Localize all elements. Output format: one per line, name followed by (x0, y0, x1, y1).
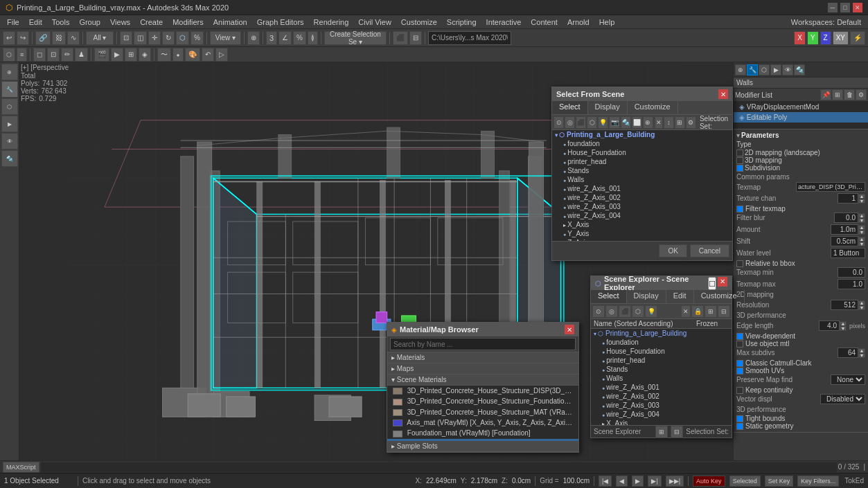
select-tab-customize[interactable]: Customize (628, 101, 678, 114)
texmap-value[interactable]: acture_DISP (3D_Printed_Cor (796, 182, 865, 192)
snap-btn[interactable]: 3 (266, 31, 277, 45)
layer-2-btn[interactable]: ≡ (17, 48, 27, 62)
xy-axis-btn[interactable]: XY (833, 31, 849, 45)
minimize-btn[interactable]: ─ (828, 3, 838, 12)
max-subdivs-input[interactable]: ▲ ▼ (838, 347, 865, 358)
modifier-item-0[interactable]: ◈ VRayDisplacementMod (734, 102, 868, 112)
modify-panel-btn[interactable]: 🔧 (747, 64, 758, 75)
se-filter-btn[interactable]: ✕ (681, 305, 691, 318)
move-btn[interactable]: ✛ (148, 31, 161, 45)
resolution-field[interactable] (831, 300, 858, 310)
menu-tools[interactable]: Tools (48, 17, 74, 28)
max-subdivs-field[interactable] (838, 347, 858, 358)
mat-section-materials[interactable]: ▸ Materials (387, 352, 578, 363)
tree-item-x-axis[interactable]: X_Axis (552, 220, 732, 229)
shift-input[interactable]: ▲ ▼ (831, 236, 865, 246)
remove-mod-btn[interactable]: 🗑 (844, 89, 855, 100)
xyz-special-btn[interactable]: ⚡ (850, 31, 865, 45)
tree-item-stands[interactable]: Stands (552, 166, 732, 175)
percent-snap-btn[interactable]: % (191, 31, 204, 45)
sel-scene-options-btn[interactable]: ⚙ (686, 116, 696, 129)
selected-btn[interactable]: Selected (729, 476, 761, 487)
tight-bounds-row[interactable]: Tight bounds (736, 415, 865, 422)
edge-length-field[interactable] (819, 320, 840, 331)
view-dependent-row[interactable]: View-dependent (736, 332, 865, 340)
redo-btn[interactable]: ↪ (17, 31, 29, 45)
modify-tab[interactable]: 🔧 (1, 81, 18, 98)
texmap-min-field[interactable] (838, 267, 865, 278)
se-icon-3[interactable]: ⬛ (619, 305, 631, 318)
select-filter-btn[interactable]: All ▾ (86, 31, 114, 45)
sel-scene-icon-3[interactable]: ⬛ (576, 116, 586, 129)
tree-item-house-foundation[interactable]: House_Foundation (552, 148, 732, 157)
se-restore-btn[interactable]: □ (708, 277, 716, 290)
render-view-btn[interactable]: ⊞ (125, 48, 137, 62)
display-tab[interactable]: 👁 (1, 133, 18, 150)
color-clip-btn[interactable]: 🎨 (185, 48, 200, 62)
select-tab-display[interactable]: Display (588, 101, 628, 114)
filter-blur-input[interactable]: ▲ ▼ (834, 213, 865, 223)
display-panel-btn[interactable]: 👁 (782, 64, 793, 75)
x-axis-btn[interactable]: X (794, 31, 806, 45)
modifier-item-1[interactable]: ◈ Editable Poly (734, 112, 868, 123)
sel-scene-sort-btn[interactable]: ↕ (664, 116, 674, 129)
utilities-panel-btn[interactable]: 🔩 (794, 64, 805, 75)
tree-item-y-axis[interactable]: Y_Axis (552, 229, 732, 238)
menu-civil-view[interactable]: Civil View (354, 17, 395, 28)
menu-group[interactable]: Group (75, 17, 105, 28)
se-tree-wire2[interactable]: wire_Z_Axis_002 (591, 392, 732, 401)
play-back-btn[interactable]: ◀ (616, 476, 628, 487)
mat-section-maps[interactable]: ▸ Maps (387, 363, 578, 374)
select-scene-cancel[interactable]: Cancel (690, 244, 729, 257)
ref-coord-btn[interactable]: View ▾ (210, 31, 241, 45)
material-editor-btn[interactable]: ◈ (139, 48, 151, 62)
use-obj-mtl-row[interactable]: Use object mtl (736, 340, 865, 347)
align-btn[interactable]: ⊟ (409, 31, 422, 45)
mat-item-0[interactable]: 3D_Printed_Concrete_House_Structure_DISP… (387, 386, 578, 396)
filter-texmap-row[interactable]: Filter texmap (736, 205, 865, 213)
render-setup-btn[interactable]: 🎬 (94, 48, 109, 62)
se-icon-5[interactable]: 💡 (645, 305, 657, 318)
se-icon-4[interactable]: ⬡ (632, 305, 644, 318)
tree-item-wire-z-003[interactable]: wire_Z_Axis_003 (552, 202, 732, 211)
key-filters-btn[interactable]: Key Filters... (797, 476, 839, 487)
scene-explorer-tree[interactable]: ⬡ Printing_a_Large_Building foundation H… (591, 329, 732, 425)
select-region-btn[interactable]: ◫ (134, 31, 147, 45)
sel-scene-icon-4[interactable]: ⬡ (587, 116, 597, 129)
sel-scene-icon-6[interactable]: 📷 (609, 116, 619, 129)
menu-interactive[interactable]: Interactive (482, 17, 526, 28)
bind-space-warp[interactable]: ∿ (67, 31, 80, 45)
texture-chan-input[interactable]: ▲ ▼ (838, 193, 865, 204)
preserve-map-select[interactable]: None (831, 374, 865, 385)
se-tab-edit[interactable]: Edit (666, 290, 694, 303)
angle-snap-btn[interactable]: ∠ (278, 31, 292, 45)
next-frame-btn[interactable]: ▶| (648, 476, 661, 487)
set-key-btn[interactable]: Set Key (765, 476, 794, 487)
maxscript-mini-btn[interactable]: MAXScript (3, 462, 39, 473)
menu-scripting[interactable]: Scripting (443, 17, 481, 28)
menu-content[interactable]: Content (526, 17, 562, 28)
se-tree-foundation[interactable]: foundation (591, 338, 732, 347)
sel-scene-icon-5[interactable]: 💡 (598, 116, 608, 129)
se-tab-customize[interactable]: Customize (694, 290, 745, 303)
mat-item-1[interactable]: 3D_Printed_Concrete_House_Structure_Foun… (387, 396, 578, 406)
tree-item-walls[interactable]: Walls (552, 175, 732, 184)
type-3d-radio[interactable]: 3D mapping (736, 156, 865, 164)
mat-search-input[interactable] (390, 338, 576, 350)
select-btn[interactable]: ⊡ (120, 31, 132, 45)
config-mod-btn[interactable]: ⚙ (856, 89, 867, 100)
close-btn[interactable]: ✕ (853, 3, 862, 12)
sel-scene-icon-2[interactable]: ◎ (565, 116, 575, 129)
menu-arnold[interactable]: Arnold (563, 17, 594, 28)
sel-scene-col-btn[interactable]: ⊞ (675, 116, 685, 129)
edge-length-input[interactable]: ▲ ▼ (819, 320, 847, 331)
prev-frame-btn[interactable]: |◀ (599, 476, 612, 487)
container-btn[interactable]: ◻ (33, 48, 46, 62)
mat-item-5[interactable]: Printer_head_mat (VRayMtl) [printer_head… (387, 439, 578, 441)
unlink-btn[interactable]: ⛓ (52, 31, 66, 45)
motion-tab[interactable]: ▶ (1, 116, 18, 132)
tree-item-wire-z-001[interactable]: wire_Z_Axis_001 (552, 184, 732, 193)
amount-input[interactable]: ▲ ▼ (831, 224, 865, 235)
se-tree-printer[interactable]: printer_head (591, 356, 732, 365)
edit-poly-btn[interactable]: ⊡ (47, 48, 60, 62)
